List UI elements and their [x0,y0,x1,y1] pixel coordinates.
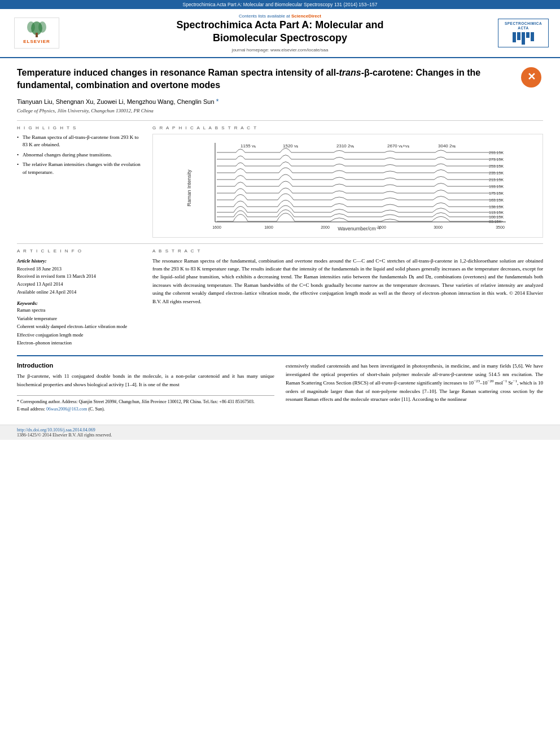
paper-title-text: Temperature induced changes in resonance… [17,68,480,90]
svg-text:253.15K: 253.15K [489,164,504,168]
svg-text:3040 2ν₂: 3040 2ν₂ [438,143,456,148]
header-right: SPECTROCHIMICAACTA [498,19,549,47]
intro-left: Introduction The β-carotene, with 11 con… [17,362,274,413]
svg-rect-1 [36,33,38,37]
sciencedirect-text: Contents lists available at ScienceDirec… [68,14,492,19]
journal-citation: Spectrochimica Acta Part A: Molecular an… [183,2,378,7]
graphical-abstract-chart: Raman Intensity Wavenumber/cm⁻¹ 1155 ν₁ … [152,134,543,238]
journal-logo: SPECTROCHIMICAACTA [498,19,549,47]
divider-after-highlights [17,243,543,244]
logo-text: SPECTROCHIMICAACTA [501,21,546,30]
svg-text:1520 ν₂: 1520 ν₂ [283,143,298,148]
intro-right-text: extensively studied carotenoids and has … [286,362,543,403]
footnote-area: * Corresponding author. Address: Qianjin… [17,395,274,413]
highlights-section: H I G H L I G H T S The Raman spectra of… [17,125,141,238]
journal-header: ELSEVIER Contents lists available at Sci… [0,9,560,58]
svg-text:273.15K: 273.15K [489,158,504,161]
elsevier-text: ELSEVIER [23,38,51,45]
footnote-email: E-mail address: 06wax2006@163.com (C. Su… [17,406,274,413]
svg-text:1600: 1600 [212,225,221,229]
svg-text:83.15K: 83.15K [489,220,502,224]
doi-text-2: 1386-1425/© 2014 Elsevier B.V. All right… [17,433,543,438]
received-date: Received 18 June 2013 [17,265,141,273]
keyword-5: Electron–phonon interaction [17,339,141,347]
abstract-text: The resonance Raman spectra of the funda… [152,257,543,305]
paper-title: Temperature induced changes in resonance… [17,67,543,92]
journal-title: Spectrochimica Acta Part A: Molecular an… [68,19,492,45]
abstract-section: A B S T R A C T The resonance Raman spec… [152,248,543,347]
logo-bar-3 [522,32,525,45]
highlight-item-3: The relative Raman intensities changes w… [17,161,141,176]
divider-after-authors [17,120,543,121]
graphical-abstract-label: G R A P H I C A L A B S T R A C T [152,125,543,130]
keyword-3: Coherent weakly damped electron–lattice … [17,322,141,330]
keyword-2: Variable temperature [17,314,141,322]
svg-text:2600: 2600 [377,225,386,229]
logo-bar-5 [531,32,534,41]
highlights-list: The Raman spectra of all-trans-β-caroten… [17,134,141,177]
svg-text:3500: 3500 [496,225,505,229]
svg-text:213.15K: 213.15K [489,178,504,182]
affiliation: College of Physics, Jilin University, Ch… [17,108,543,113]
svg-text:293.15K: 293.15K [489,151,504,155]
svg-text:2670 ν₁+ν₂: 2670 ν₁+ν₂ [387,143,409,148]
highlight-item-2: Abnormal changes during phase transition… [17,151,141,159]
elsevier-logo-box: ELSEVIER [14,18,59,49]
article-info-label: A R T I C L E I N F O [17,248,141,254]
svg-text:✕: ✕ [527,71,536,82]
svg-text:100.15K: 100.15K [489,215,504,219]
logo-bars [501,32,546,45]
bottom-divider [17,355,543,356]
authors: Tianyuan Liu, Shengnan Xu, Zuowei Li, Me… [17,98,543,106]
revised-date: Received in revised form 13 March 2014 [17,273,141,281]
highlights-label: H I G H L I G H T S [17,125,141,130]
online-date: Available online 24 April 2014 [17,289,141,296]
authors-text: Tianyuan Liu, Shengnan Xu, Zuowei Li, Me… [17,98,218,105]
svg-text:1800: 1800 [264,225,273,229]
doi-bar: http://dx.doi.org/10.1016/j.saa.2014.04.… [0,425,560,440]
sciencedirect-brand[interactable]: ScienceDirect [291,14,321,19]
svg-text:Wavenumber/cm⁻¹: Wavenumber/cm⁻¹ [338,226,380,231]
highlights-and-abstract: H I G H L I G H T S The Raman spectra of… [17,125,543,238]
history-label: Article history: [17,257,141,265]
elsevier-tree-icon [25,21,48,38]
doi-link-1[interactable]: http://dx.doi.org/10.1016/j.saa.2014.04.… [17,427,543,433]
keyword-4: Effective conjugation length mode [17,331,141,339]
spectra-chart-svg: Raman Intensity Wavenumber/cm⁻¹ 1155 ν₁ … [156,137,540,233]
article-info-section: A R T I C L E I N F O Article history: R… [17,248,543,347]
svg-text:2310 2ν₁: 2310 2ν₁ [336,143,354,148]
svg-point-3 [38,21,46,33]
svg-text:235.15K: 235.15K [489,171,504,175]
svg-text:1155 ν₁: 1155 ν₁ [240,143,256,148]
footnote-email-link[interactable]: 06wax2006@163.com [46,407,87,412]
svg-text:113.15K: 113.15K [489,211,504,215]
svg-text:163.15K: 163.15K [489,198,504,202]
logo-bar-2 [517,32,520,40]
svg-text:193.15K: 193.15K [489,185,504,189]
journal-homepage: journal homepage: www.elsevier.com/locat… [68,47,492,53]
svg-text:175.15K: 175.15K [489,191,504,195]
top-bar: Spectrochimica Acta Part A: Molecular an… [0,0,560,9]
graphical-abstract-section: G R A P H I C A L A B S T R A C T Raman … [152,125,543,238]
svg-point-2 [27,21,35,33]
abstract-label: A B S T R A C T [152,248,543,254]
paper-container: Temperature induced changes in resonance… [0,58,560,425]
svg-text:2000: 2000 [321,225,330,229]
keywords-label: Keywords: [17,300,141,306]
header-left: ELSEVIER [11,18,62,49]
logo-bar-4 [526,32,530,38]
accepted-date: Accepted 13 April 2014 [17,281,141,289]
header-center: Contents lists available at ScienceDirec… [68,14,492,53]
article-info-left: A R T I C L E I N F O Article history: R… [17,248,141,347]
intro-heading: Introduction [17,362,274,369]
keywords-block: Keywords: Raman spectra Variable tempera… [17,300,141,347]
logo-bar-1 [513,32,516,42]
footnote-corr-author: * Corresponding author. Address: Qianjin… [17,399,274,406]
svg-text:Raman Intensity: Raman Intensity [186,169,192,207]
svg-text:138.15K: 138.15K [489,205,504,209]
article-history: Article history: Received 18 June 2013 R… [17,257,141,296]
crossmark-svg: ✕ [520,67,542,88]
intro-right: extensively studied carotenoids and has … [286,362,543,413]
spectra-lines: 293.15K 273.15K 253.15K 235.15K 213.15K [217,148,504,224]
keyword-1: Raman spectra [17,306,141,314]
